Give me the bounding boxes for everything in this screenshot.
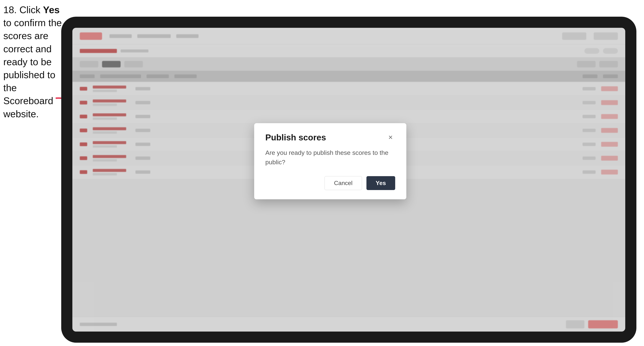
modal-footer: Cancel Yes <box>265 176 395 190</box>
modal-message: Are you ready to publish these scores to… <box>265 148 395 167</box>
modal-title: Publish scores <box>265 133 326 143</box>
modal-header: Publish scores × <box>265 133 395 143</box>
bold-yes: Yes <box>43 4 60 15</box>
publish-scores-dialog: Publish scores × Are you ready to publis… <box>254 123 406 199</box>
cancel-button[interactable]: Cancel <box>324 176 362 190</box>
instruction-text: 18. Click Yes to confirm the scores are … <box>3 3 63 120</box>
modal-body: Are you ready to publish these scores to… <box>265 148 395 167</box>
close-icon: × <box>388 133 392 142</box>
tablet-screen: Publish scores × Are you ready to publis… <box>72 28 625 332</box>
modal-overlay: Publish scores × Are you ready to publis… <box>72 28 625 332</box>
step-number: 18. <box>3 4 17 15</box>
yes-button[interactable]: Yes <box>366 176 395 190</box>
modal-close-button[interactable]: × <box>386 133 395 142</box>
tablet-device: Publish scores × Are you ready to publis… <box>61 17 636 343</box>
